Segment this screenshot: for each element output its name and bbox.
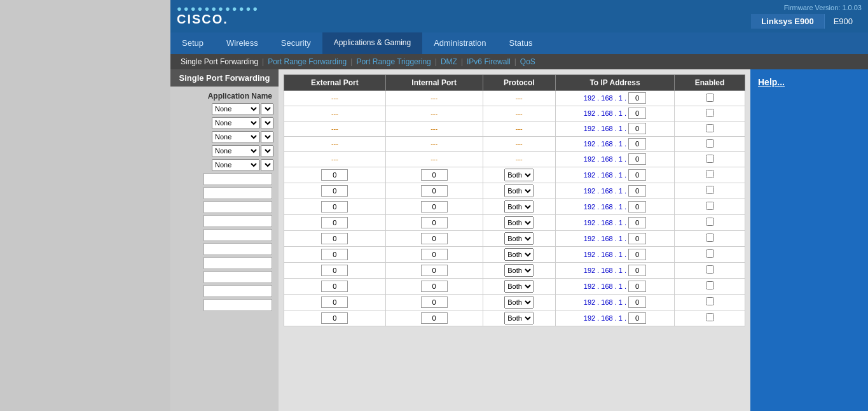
ip-last-input[interactable] [628, 123, 646, 134]
ip-last-input[interactable] [628, 281, 646, 292]
proto-select[interactable]: BothTCPUDP [504, 280, 534, 293]
int-port-input[interactable] [421, 281, 448, 292]
int-port-input[interactable] [421, 312, 448, 324]
proto-select[interactable]: BothTCPUDP [504, 185, 534, 197]
app-custom-row-2 [176, 187, 273, 199]
ext-port-input[interactable] [321, 296, 348, 308]
app-preset-arrow-4[interactable]: ▼ [261, 145, 273, 157]
app-preset-select-5[interactable]: None [212, 159, 259, 171]
proto-select[interactable]: BothTCPUDP [504, 248, 534, 261]
ext-port-input[interactable] [321, 217, 348, 228]
enabled-checkbox[interactable] [706, 155, 714, 163]
subnav-qos[interactable]: QoS [516, 57, 539, 66]
enabled-checkbox[interactable] [706, 94, 714, 102]
app-preset-select-4[interactable]: None [212, 145, 259, 157]
ip-last-input[interactable] [628, 296, 646, 308]
ip-last-input[interactable] [628, 217, 646, 228]
enabled-checkbox[interactable] [706, 281, 714, 289]
app-preset-arrow-2[interactable]: ▼ [261, 117, 273, 129]
ext-port-input[interactable] [321, 201, 348, 212]
enabled-checkbox[interactable] [706, 313, 714, 321]
ext-port-input[interactable] [321, 185, 348, 197]
int-port-input[interactable] [421, 217, 448, 228]
ip-last-input[interactable] [628, 265, 646, 276]
app-custom-input-6[interactable] [203, 243, 272, 255]
subnav-port-range-trig[interactable]: Port Range Triggering [352, 57, 434, 66]
nav-administration[interactable]: Administration [422, 32, 497, 54]
subnav-ipv6[interactable]: IPv6 Firewall [463, 57, 514, 66]
nav-wireless[interactable]: Wireless [215, 32, 270, 54]
int-port-input[interactable] [421, 169, 448, 181]
app-custom-input-5[interactable] [203, 229, 272, 241]
ext-port-input[interactable] [321, 312, 348, 324]
app-preset-arrow-3[interactable]: ▼ [261, 131, 273, 143]
int-port-cell: --- [385, 106, 483, 121]
proto-select[interactable]: BothTCPUDP [504, 169, 534, 181]
proto-select[interactable]: BothTCPUDP [504, 216, 534, 229]
app-preset-row-4: None ▼ [176, 145, 273, 157]
subnav-port-range-fwd[interactable]: Port Range Forwarding [264, 57, 350, 66]
enabled-cell [675, 167, 745, 183]
ip-last-input[interactable] [628, 249, 646, 260]
nav-security[interactable]: Security [270, 32, 322, 54]
proto-select[interactable]: BothTCPUDP [504, 264, 534, 277]
proto-select[interactable]: BothTCPUDP [504, 232, 534, 245]
subnav-single-port[interactable]: Single Port Forwarding [177, 57, 262, 66]
help-link[interactable]: Help... [758, 77, 785, 87]
firmware-version: Firmware Version: 1.0.03 [751, 4, 862, 11]
ip-last-input[interactable] [628, 233, 646, 244]
ext-port-input[interactable] [321, 265, 348, 276]
enabled-checkbox[interactable] [706, 139, 714, 148]
enabled-checkbox[interactable] [706, 249, 714, 258]
proto-select[interactable]: BothTCPUDP [504, 200, 534, 213]
ip-last-input[interactable] [628, 92, 646, 104]
ext-port-input[interactable] [321, 169, 348, 181]
proto-select[interactable]: BothTCPUDP [504, 296, 534, 309]
proto-select[interactable]: BothTCPUDP [504, 312, 534, 324]
ext-port-input[interactable] [321, 249, 348, 260]
app-custom-input-7[interactable] [203, 257, 272, 269]
app-custom-input-9[interactable] [203, 285, 272, 297]
app-preset-select-1[interactable]: None [212, 103, 259, 115]
ext-port-input[interactable] [321, 281, 348, 292]
app-preset-select-2[interactable]: None [212, 117, 259, 129]
app-custom-input-10[interactable] [203, 299, 272, 311]
app-custom-input-3[interactable] [203, 201, 272, 213]
ip-last-input[interactable] [628, 138, 646, 150]
enabled-checkbox[interactable] [706, 186, 714, 194]
app-custom-input-1[interactable] [203, 173, 272, 185]
enabled-checkbox[interactable] [706, 265, 714, 274]
nav-status[interactable]: Status [498, 32, 544, 54]
enabled-checkbox[interactable] [706, 233, 714, 242]
int-port-input[interactable] [421, 249, 448, 260]
ext-port-input[interactable] [321, 233, 348, 244]
app-custom-input-4[interactable] [203, 215, 272, 227]
ip-last-input[interactable] [628, 312, 646, 324]
app-preset-select-3[interactable]: None [212, 131, 259, 143]
ip-last-input[interactable] [628, 153, 646, 165]
enabled-checkbox[interactable] [706, 170, 714, 178]
int-port-input[interactable] [421, 185, 448, 197]
app-custom-input-2[interactable] [203, 187, 272, 199]
enabled-checkbox[interactable] [706, 202, 714, 210]
int-port-input[interactable] [421, 201, 448, 212]
nav-setup[interactable]: Setup [170, 32, 215, 54]
app-preset-arrow-5[interactable]: ▼ [261, 159, 273, 171]
sidebar-panel: Single Port Forwarding Application Name … [170, 69, 279, 411]
ip-last-input[interactable] [628, 169, 646, 181]
int-port-input[interactable] [421, 233, 448, 244]
enabled-checkbox[interactable] [706, 297, 714, 305]
app-preset-arrow-1[interactable]: ▼ [261, 103, 273, 115]
enabled-checkbox[interactable] [706, 109, 714, 117]
enabled-checkbox[interactable] [706, 218, 714, 226]
subnav-dmz[interactable]: DMZ [437, 57, 461, 66]
ip-last-input[interactable] [628, 201, 646, 212]
enabled-checkbox[interactable] [706, 124, 714, 132]
int-port-input[interactable] [421, 265, 448, 276]
app-custom-input-8[interactable] [203, 271, 272, 283]
ip-cell: 192 . 168 . 1 . [555, 151, 674, 167]
int-port-input[interactable] [421, 296, 448, 308]
nav-apps-gaming[interactable]: Applications & Gaming [322, 32, 422, 54]
ip-last-input[interactable] [628, 108, 646, 119]
ip-last-input[interactable] [628, 185, 646, 197]
